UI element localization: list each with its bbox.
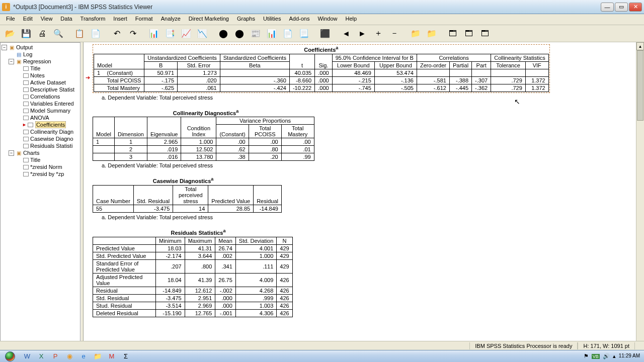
menu-graphs[interactable]: Graphs	[233, 14, 259, 25]
table-row: Stud. Residual-3.5142.969.0001.003426	[93, 302, 293, 309]
outline-item-residuals-statisti[interactable]: Residuals Statisti	[16, 142, 79, 149]
outline-item-anova[interactable]: ANOVA	[16, 114, 79, 121]
collinearity-table[interactable]: Model Dimension Eigenvalue Condition Ind…	[93, 117, 314, 161]
outline-item-model-summary[interactable]: Model Summary	[16, 107, 79, 114]
outline-chart-item[interactable]: *zresid Norm	[16, 163, 79, 170]
residuals-table[interactable]: MinimumMaximumMeanStd. DeviationN Predic…	[93, 237, 293, 317]
insert-title-icon[interactable]: ⬤	[232, 27, 247, 41]
insert-heading-icon[interactable]: ⬤	[216, 27, 230, 41]
menubar: File Edit View Data Transform Insert For…	[0, 14, 644, 25]
menu-file[interactable]: File	[2, 14, 19, 25]
tray-flag-icon[interactable]: ⚑	[584, 353, 589, 359]
script-icon[interactable]: 🗔	[462, 27, 476, 41]
coefficients-table[interactable]: Model Unstandardized Coefficients Standa…	[94, 54, 549, 92]
goto-case-icon[interactable]: 📑	[163, 27, 177, 41]
outline-charts[interactable]: −▣Charts	[9, 149, 79, 156]
run-icon[interactable]: 🗔	[478, 27, 492, 41]
task-ie-icon[interactable]: e	[76, 351, 91, 362]
menu-insert[interactable]: Insert	[109, 14, 131, 25]
stop-icon[interactable]: ⬛	[318, 27, 332, 41]
menu-analyze[interactable]: Analyze	[157, 14, 185, 25]
last-output-icon[interactable]: 🗔	[446, 27, 460, 41]
statusbar: IBM SPSS Statistics Processor is ready H…	[0, 341, 644, 350]
outline-item-coefficients[interactable]: ►Coefficients	[16, 121, 79, 128]
titlebar: i *Output3 [Document3] - IBM SPSS Statis…	[0, 0, 644, 14]
variables-icon[interactable]: 📈	[179, 27, 193, 41]
outline-item-active-dataset[interactable]: Active Dataset	[16, 79, 79, 86]
outline-item-descriptive-statist[interactable]: Descriptive Statist	[16, 86, 79, 93]
nav-back-icon[interactable]: ◄	[339, 27, 353, 41]
zoom-out-icon[interactable]: －	[387, 27, 401, 41]
table-row: Std. Residual-3.4752.951.000.999426	[93, 294, 293, 302]
outline-item-casewise-diagno[interactable]: Casewise Diagno	[16, 135, 79, 142]
outline-output[interactable]: −▣Output	[2, 44, 79, 51]
goto-data-icon[interactable]: 📊	[147, 27, 161, 41]
insert-page-icon[interactable]: 📄	[281, 27, 295, 41]
nav-forward-icon[interactable]: ►	[355, 27, 369, 41]
start-button[interactable]	[0, 350, 20, 363]
table-row: Total Mastery-.625.061-.424-10.222.000-.…	[94, 84, 549, 92]
task-word-icon[interactable]: W	[20, 351, 34, 362]
tray-chevron-icon[interactable]: ▴	[613, 353, 616, 359]
open-icon[interactable]: 📂	[3, 27, 17, 41]
save-icon[interactable]: 💾	[19, 27, 33, 41]
outline-item-notes[interactable]: Notes	[16, 72, 79, 79]
casewise-table[interactable]: Case Number Std. Residual Total perceive…	[93, 185, 282, 213]
tray-clock[interactable]: 11:29 AM	[619, 353, 640, 359]
designate-window-icon[interactable]: 📁	[409, 27, 423, 41]
content-vscroll[interactable]: ▲▼	[636, 42, 644, 351]
outline-regression[interactable]: −▣Regression	[9, 58, 79, 65]
zoom-in-icon[interactable]: ＋	[371, 27, 385, 41]
menu-format[interactable]: Format	[131, 14, 157, 25]
outline-chart-item[interactable]: *zresid by *zp	[16, 170, 79, 177]
selection-arrow-icon: ➔	[86, 74, 90, 81]
window-title: *Output3 [Document3] - IBM SPSS Statisti…	[13, 4, 601, 11]
menu-window[interactable]: Window	[313, 14, 341, 25]
menu-data[interactable]: Data	[56, 14, 76, 25]
task-app-icon[interactable]: ◉	[62, 351, 76, 362]
task-powerpoint-icon[interactable]: P	[48, 351, 62, 362]
tray-vpn-icon[interactable]: VB	[592, 354, 600, 359]
tray-network-icon[interactable]: 🔊	[603, 353, 610, 359]
menu-direct-marketing[interactable]: Direct Marketing	[185, 14, 233, 25]
table-row: 3.01613.780.38.20.99	[93, 153, 314, 161]
task-excel-icon[interactable]: X	[34, 351, 48, 362]
select-icon[interactable]: 📉	[195, 27, 209, 41]
maximize-button[interactable]: ▭	[615, 3, 628, 12]
outline-log[interactable]: ▤Log	[9, 51, 79, 58]
collinearity-footnote: a. Dependent Variable: Total perceived s…	[102, 162, 632, 168]
menu-help[interactable]: Help	[342, 14, 361, 25]
dialog-recall-icon[interactable]: 📄	[89, 27, 103, 41]
insert-chart-icon[interactable]: 📊	[265, 27, 279, 41]
task-gmail-icon[interactable]: M	[105, 351, 119, 362]
minimize-button[interactable]: —	[601, 3, 614, 12]
table-row: 2.01912.502.62.80.01	[93, 146, 314, 153]
casewise-footnote: a. Dependent Variable: Total perceived s…	[102, 214, 632, 220]
task-spss-icon[interactable]: Σ	[119, 351, 133, 362]
undo-icon[interactable]: ↶	[110, 27, 124, 41]
menu-transform[interactable]: Transform	[76, 14, 110, 25]
menu-view[interactable]: View	[37, 14, 57, 25]
outline-pane: −▣Output ▤Log −▣Regression TitleNotesAct…	[0, 42, 80, 351]
insert-text-icon[interactable]: 📰	[249, 27, 263, 41]
menu-addons[interactable]: Add-ons	[285, 14, 313, 25]
outline-item-variables-entered[interactable]: Variables Entered	[16, 100, 79, 107]
table-row: Deleted Residual-15.19012.765-.0014.3064…	[93, 309, 293, 317]
redo-icon[interactable]: ↷	[126, 27, 140, 41]
export-icon[interactable]: 📋	[72, 27, 87, 41]
menu-edit[interactable]: Edit	[19, 14, 37, 25]
menu-utilities[interactable]: Utilities	[259, 14, 285, 25]
print-icon[interactable]: 🖨	[35, 27, 49, 41]
table-row: Total PCOISS-.175.020-.360-8.660.000-.21…	[94, 76, 549, 84]
close-button[interactable]: ✕	[629, 3, 642, 12]
system-tray[interactable]: ⚑ VB 🔊 ▴ 11:29 AM	[584, 353, 644, 359]
print-preview-icon[interactable]: 🔍	[51, 27, 65, 41]
outline-chart-item[interactable]: Title	[16, 156, 79, 163]
outline-item-title[interactable]: Title	[16, 65, 79, 72]
outline-item-correlations[interactable]: Correlations	[16, 93, 79, 100]
taskbar: W X P ◉ e 📁 M Σ ⚑ VB 🔊 ▴ 11:29 AM	[0, 350, 644, 362]
task-explorer-icon[interactable]: 📁	[91, 351, 105, 362]
outline-item-collinearity-diagn[interactable]: Collinearity Diagn	[16, 128, 79, 135]
show-hide-icon[interactable]: 📃	[297, 27, 311, 41]
associate-icon[interactable]: 📁	[425, 27, 439, 41]
